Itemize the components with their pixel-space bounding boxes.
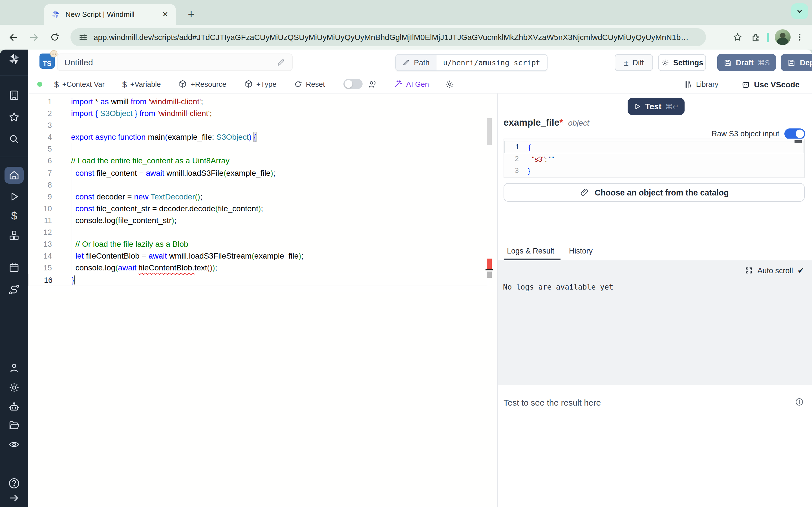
code-editor[interactable]: 1import * as wmill from 'windmill-client…	[28, 94, 497, 507]
search-icon[interactable]	[8, 133, 20, 145]
code-line[interactable]: 16}	[28, 274, 488, 286]
path-chip[interactable]: Path u/henri/amusing_script	[395, 54, 548, 71]
reload-button[interactable]	[47, 29, 63, 45]
site-controls-icon[interactable]	[79, 33, 88, 42]
path-pencil-icon	[402, 59, 410, 66]
diff-icon: ±	[624, 58, 628, 67]
auto-scroll-label: Auto scroll	[757, 266, 793, 275]
multiplayer-person-icon	[368, 79, 377, 89]
folders-icon[interactable]	[8, 419, 20, 432]
deploy-button[interactable]: Deploy	[781, 54, 812, 71]
magic-wand-icon	[394, 79, 403, 89]
extensions-icon[interactable]	[748, 29, 763, 45]
help-icon[interactable]	[8, 477, 20, 490]
schedules-calendar-icon[interactable]	[8, 262, 20, 274]
test-button[interactable]: Test ⌘↵	[627, 98, 684, 115]
choose-object-button[interactable]: Choose an object from the catalog	[504, 183, 805, 202]
add-type-label: +Type	[256, 80, 276, 88]
draft-shortcut: ⌘S	[758, 58, 770, 67]
dollar-icon: $	[54, 79, 59, 89]
favorites-star-icon[interactable]	[8, 111, 20, 123]
edit-pencil-icon[interactable]	[276, 58, 285, 67]
info-icon[interactable]	[795, 397, 804, 407]
code-line[interactable]: 2import { S3Object } from 'windmill-clie…	[28, 108, 488, 119]
workers-robot-icon[interactable]	[8, 401, 20, 413]
diff-button[interactable]: ± Diff	[615, 54, 653, 71]
use-vscode-button[interactable]: Use VScode	[741, 79, 800, 89]
reset-button[interactable]: Reset	[294, 80, 325, 88]
browser-tab[interactable]: New Script | Windmill ✕	[44, 4, 176, 25]
variables-dollar-icon[interactable]: $	[11, 210, 17, 223]
bookmark-star-icon[interactable]	[730, 29, 746, 45]
ai-gen-button[interactable]: AI Gen	[394, 79, 429, 89]
app-header: TS Untitled Path u/henri/amusing_script …	[28, 50, 812, 75]
workspace-building-icon[interactable]	[8, 89, 20, 101]
result-tabs: Logs & Result History	[498, 243, 812, 260]
code-line[interactable]: 9 const decoder = new TextDecoder();	[28, 191, 488, 203]
code-line[interactable]: 3	[28, 119, 488, 131]
code-lines[interactable]: 1import * as wmill from 'windmill-client…	[28, 96, 488, 286]
tab-history[interactable]: History	[569, 247, 593, 255]
auto-scroll-control[interactable]: Auto scroll ✔	[745, 266, 804, 275]
tab-close-icon[interactable]: ✕	[160, 9, 170, 19]
browser-menu-icon[interactable]	[792, 29, 808, 45]
editor-settings-gear-icon[interactable]	[445, 79, 455, 89]
code-line[interactable]: 10 const file_content_str = decoder.deco…	[28, 203, 488, 215]
code-line[interactable]: 1{	[504, 141, 804, 153]
add-resource-button[interactable]: +Resource	[179, 79, 226, 89]
code-line[interactable]: 4export async function main(example_file…	[28, 131, 488, 144]
script-title[interactable]: Untitled	[64, 57, 276, 67]
code-line[interactable]: 1import * as wmill from 'windmill-client…	[28, 96, 488, 108]
resources-cubes-icon[interactable]	[8, 229, 20, 242]
add-context-var-button[interactable]: $ +Context Var	[54, 79, 105, 89]
browser-tab-strip: New Script | Windmill ✕ +	[0, 0, 812, 25]
code-line[interactable]: 6// Load the entire file_content as a Ui…	[28, 155, 488, 167]
ts-badge-label: TS	[43, 60, 52, 68]
audit-eye-icon[interactable]	[8, 438, 20, 451]
multiplayer-toggle[interactable]	[344, 79, 363, 89]
overview-marker	[487, 272, 492, 278]
forward-button[interactable]	[26, 29, 42, 45]
url-bar[interactable]: app.windmill.dev/scripts/add#JTdCJTIyaGF…	[70, 28, 706, 46]
windmill-logo-icon[interactable]	[7, 52, 21, 66]
argument-name: example_file	[504, 117, 559, 127]
raw-s3-toggle[interactable]	[784, 128, 805, 139]
library-button[interactable]: Library	[684, 80, 719, 89]
deploy-label: Deploy	[800, 58, 812, 67]
code-line[interactable]: 13 // Or load the file lazily as a Blob	[28, 238, 488, 250]
code-line[interactable]: 8	[28, 179, 488, 191]
profile-avatar[interactable]	[775, 29, 791, 45]
url-text[interactable]: app.windmill.dev/scripts/add#JTdCJTIyaGF…	[94, 33, 689, 42]
flows-route-icon[interactable]	[8, 283, 20, 296]
code-line[interactable]: 15 console.log(await fileContentBlob.tex…	[28, 262, 488, 274]
editor-scrollbar-thumb[interactable]	[487, 118, 492, 145]
runs-play-icon[interactable]	[8, 191, 20, 202]
path-value[interactable]: u/henri/amusing_script	[436, 55, 547, 70]
bun-runtime-icon	[50, 50, 57, 57]
tab-logs-result[interactable]: Logs & Result	[507, 247, 554, 255]
add-variable-button[interactable]: $ +Variable	[122, 79, 161, 89]
script-title-field[interactable]: Untitled	[57, 54, 293, 71]
code-line[interactable]: 5	[28, 144, 488, 155]
code-line[interactable]: 7 const file_content = await wmill.loadS…	[28, 167, 488, 179]
home-icon[interactable]	[8, 169, 20, 181]
new-tab-button[interactable]: +	[183, 6, 199, 22]
back-button[interactable]	[5, 29, 21, 45]
code-line[interactable]: 11 console.log(file_content_str);	[28, 215, 488, 226]
json-lines[interactable]: 1{2 "s3": ""3}	[504, 139, 804, 177]
tab-search-chevron-button[interactable]	[791, 3, 808, 19]
code-line[interactable]: 14 let fileContentBlob = await wmill.loa…	[28, 250, 488, 262]
draft-button[interactable]: Draft ⌘S	[717, 54, 776, 71]
json-input-editor[interactable]: 1{2 "s3": ""3}	[504, 138, 805, 178]
collapse-arrow-icon[interactable]	[8, 492, 20, 504]
settings-button[interactable]: Settings	[658, 54, 706, 71]
settings-gear-icon[interactable]	[8, 382, 20, 393]
sidebar-divider	[0, 75, 28, 76]
add-type-button[interactable]: +Type	[244, 79, 276, 89]
text-cursor	[74, 276, 75, 285]
code-line[interactable]: 2 "s3": ""	[504, 153, 804, 165]
users-person-icon[interactable]	[8, 362, 20, 374]
code-line[interactable]: 3}	[504, 165, 804, 177]
app-sidebar: $	[0, 50, 28, 507]
code-line[interactable]: 12	[28, 226, 488, 238]
